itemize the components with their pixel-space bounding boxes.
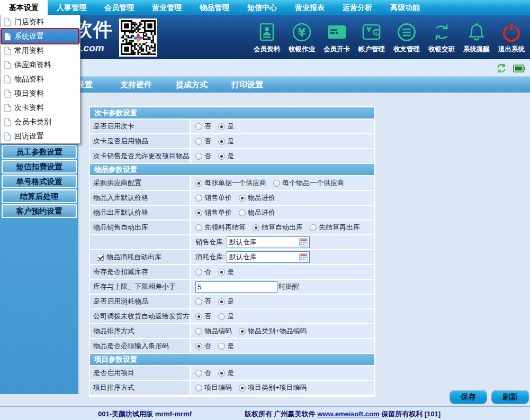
radio-option[interactable]: 否 <box>195 136 211 146</box>
radio-option[interactable]: 是 <box>218 267 234 277</box>
threshold-input[interactable]: 5 <box>195 281 277 293</box>
dropdown-item-0[interactable]: 门店资料 <box>1 15 80 29</box>
warehouse-input[interactable]: 默认仓库 <box>227 251 310 263</box>
dropdown-item-1[interactable]: 系统设置 <box>1 29 80 43</box>
sidebar-button-1[interactable]: 短信扣费设置 <box>2 160 77 174</box>
radio-unselected[interactable] <box>195 385 202 391</box>
radio-selected[interactable] <box>253 224 259 231</box>
refresh-icon[interactable] <box>496 63 507 76</box>
radio-selected[interactable] <box>239 328 246 335</box>
warehouse-input[interactable]: 默认仓库 <box>227 236 310 248</box>
menu-item-3[interactable]: 营业管理 <box>143 0 191 15</box>
radio-unselected[interactable] <box>195 298 202 305</box>
radio-unselected[interactable] <box>195 123 202 130</box>
radio-unselected[interactable] <box>273 180 280 187</box>
radio-option[interactable]: 是 <box>218 136 234 146</box>
dropdown-item-8[interactable]: 回访设置 <box>1 129 80 143</box>
radio-unselected[interactable] <box>195 224 202 231</box>
radio-option[interactable]: 项目编码 <box>195 383 232 392</box>
header-action-1[interactable]: ¥收银作业 <box>284 20 319 54</box>
radio-option[interactable]: 每个物品一个供应商 <box>273 178 344 188</box>
sidebar-button-2[interactable]: 单号格式设置 <box>2 175 77 188</box>
radio-selected[interactable] <box>218 298 225 305</box>
radio-unselected[interactable] <box>195 195 202 202</box>
radio-unselected[interactable] <box>195 370 202 377</box>
radio-option[interactable]: 物品编码 <box>195 326 232 336</box>
header-action-2[interactable]: 会员开卡 <box>319 20 354 54</box>
radio-selected[interactable] <box>218 370 225 377</box>
dropdown-item-7[interactable]: 会员卡类别 <box>1 115 80 129</box>
menu-item-2[interactable]: 会员管理 <box>95 0 143 15</box>
dropdown-item-3[interactable]: 供应商资料 <box>1 58 80 72</box>
radio-option[interactable]: 否 <box>195 151 211 161</box>
website-link[interactable]: www.emeisoft.com <box>317 410 379 418</box>
menu-item-4[interactable]: 物品管理 <box>191 0 238 15</box>
radio-option[interactable]: 是 <box>218 341 234 351</box>
dropdown-item-5[interactable]: 项目资料 <box>1 86 80 101</box>
header-action-5[interactable]: 收银交班 <box>424 20 459 54</box>
radio-selected[interactable] <box>239 195 246 202</box>
radio-unselected[interactable] <box>195 138 202 145</box>
radio-unselected[interactable] <box>195 269 202 276</box>
menu-item-0[interactable]: 基本设置 <box>0 0 48 15</box>
radio-selected[interactable] <box>218 138 225 145</box>
header-action-0[interactable]: 会员资料 <box>249 20 284 54</box>
radio-unselected[interactable] <box>218 343 225 350</box>
radio-option[interactable]: 否 <box>195 312 211 321</box>
radio-unselected[interactable] <box>218 313 225 320</box>
radio-option[interactable]: 物品进价 <box>239 208 275 217</box>
radio-option[interactable]: 否 <box>195 341 211 351</box>
radio-selected[interactable] <box>195 313 202 320</box>
sidebar-button-4[interactable]: 客户预约设置 <box>2 204 77 218</box>
radio-selected[interactable] <box>218 269 225 276</box>
radio-option[interactable]: 物品类别+物品编码 <box>239 326 307 336</box>
radio-unselected[interactable] <box>195 153 202 160</box>
radio-option[interactable]: 否 <box>195 122 211 131</box>
radio-selected[interactable] <box>218 153 225 160</box>
radio-unselected[interactable] <box>310 224 317 231</box>
radio-option[interactable]: 结算自动出库 <box>253 223 303 232</box>
dropdown-item-6[interactable]: 次卡资料 <box>1 101 80 115</box>
header-action-3[interactable]: ¥帐户管理 <box>354 20 389 54</box>
radio-selected[interactable] <box>195 209 202 216</box>
battery-icon[interactable] <box>513 65 525 75</box>
tab-1[interactable]: 支持硬件 <box>120 77 152 93</box>
radio-option[interactable]: 物品进价 <box>239 193 275 203</box>
radio-option[interactable]: 否 <box>195 267 211 277</box>
radio-option[interactable]: 先领料再结算 <box>195 223 246 232</box>
radio-option[interactable]: 是 <box>218 151 234 161</box>
header-action-6[interactable]: 系统提醒 <box>459 20 494 54</box>
dropdown-item-2[interactable]: 常用资料 <box>1 43 80 58</box>
radio-unselected[interactable] <box>195 328 202 335</box>
radio-option[interactable]: 销售单价 <box>195 193 232 203</box>
picker-icon[interactable] <box>299 253 308 261</box>
menu-item-1[interactable]: 人事管理 <box>48 0 95 15</box>
radio-option[interactable]: 否 <box>195 368 211 378</box>
sidebar-button-3[interactable]: 结算后处理 <box>2 189 77 203</box>
radio-option[interactable]: 是 <box>218 368 234 378</box>
tab-3[interactable]: 打印设置 <box>231 77 263 93</box>
radio-selected[interactable] <box>195 180 202 187</box>
tab-2[interactable]: 提成方式 <box>176 77 208 93</box>
menu-item-7[interactable]: 运营分析 <box>334 0 381 15</box>
header-action-4[interactable]: 收支管理 <box>389 20 424 54</box>
radio-option[interactable]: 每张单据一个供应商 <box>195 178 266 188</box>
radio-option[interactable]: 是 <box>218 312 234 321</box>
radio-option[interactable]: 是 <box>218 297 234 306</box>
save-button[interactable]: 保存 <box>450 390 487 404</box>
radio-option[interactable]: 项目类别+项目编码 <box>239 383 307 392</box>
radio-unselected[interactable] <box>239 209 246 216</box>
menu-item-8[interactable]: 高级功能 <box>381 0 429 15</box>
header-action-7[interactable]: 退出系统 <box>494 20 529 54</box>
sidebar-button-0[interactable]: 员工参数设置 <box>2 145 77 159</box>
radio-selected[interactable] <box>239 385 246 391</box>
radio-option[interactable]: 否 <box>195 297 211 306</box>
radio-option[interactable]: 是 <box>218 122 234 131</box>
picker-icon[interactable] <box>299 238 308 246</box>
menu-item-5[interactable]: 短信中心 <box>238 0 286 15</box>
radio-selected[interactable] <box>218 123 225 130</box>
checkbox[interactable] <box>97 254 104 261</box>
radio-option[interactable]: 先结算再出库 <box>310 223 360 232</box>
menu-item-6[interactable]: 营业报表 <box>286 0 334 15</box>
radio-option[interactable]: 销售单价 <box>195 208 232 217</box>
